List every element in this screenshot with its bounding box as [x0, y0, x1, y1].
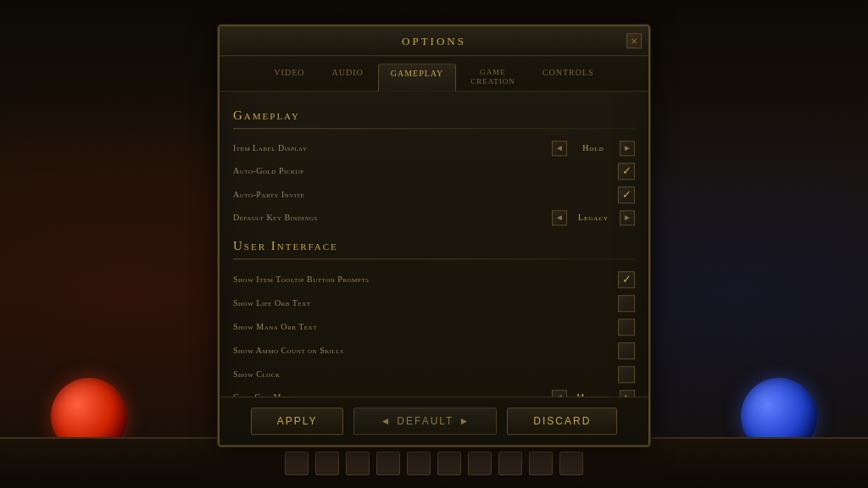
setting-show-ammo-count: Show Ammo Count on Skills [233, 339, 635, 363]
hotkey-slot [437, 452, 461, 475]
chat-gem-right-arrow[interactable]: ► [620, 390, 635, 396]
setting-chat-gem-mode: Chat Gem Mode ◄ Manual ► [233, 386, 635, 396]
hotkey-slot [468, 452, 492, 475]
auto-party-checkbox[interactable] [618, 186, 635, 203]
hotkey-slot [346, 452, 370, 475]
show-clock-control [618, 366, 635, 383]
item-tooltip-checkbox[interactable] [618, 271, 635, 288]
close-button[interactable]: ✕ [626, 33, 642, 48]
default-button[interactable]: ◄Default► [353, 408, 497, 435]
auto-party-control [618, 186, 635, 203]
tab-controls[interactable]: Controls [530, 63, 607, 91]
dialog-content[interactable]: Gameplay Item Label Display ◄ Hold ► Aut… [220, 92, 648, 396]
item-label-control: ◄ Hold ► [552, 141, 635, 156]
dialog-title: Options [402, 35, 466, 47]
tabs-container: Video Audio Gameplay GameCreation Contro… [220, 56, 648, 92]
user-interface-section-title: User Interface [233, 239, 635, 253]
hotkey-slot [498, 452, 522, 475]
tab-video[interactable]: Video [261, 63, 317, 91]
hotkey-slot [529, 452, 553, 475]
setting-show-life-orb-text: Show Life Orb Text [233, 291, 635, 315]
tab-game-creation[interactable]: GameCreation [458, 63, 528, 91]
gameplay-section-title: Gameplay [233, 108, 635, 123]
life-orb-text-control [618, 295, 635, 312]
item-label-right-arrow[interactable]: ► [620, 141, 635, 156]
apply-button[interactable]: Apply [251, 408, 344, 435]
chat-gem-control: ◄ Manual ► [552, 390, 635, 396]
item-tooltip-control [618, 271, 635, 288]
setting-auto-gold-pickup: Auto-Gold Pickup [233, 159, 635, 183]
key-bindings-control: ◄ Legacy ► [552, 210, 635, 225]
mana-orb-text-control [618, 319, 635, 336]
ammo-count-control [618, 342, 635, 359]
mana-orb-text-checkbox[interactable] [618, 319, 635, 336]
hotkey-slot [285, 452, 309, 475]
setting-show-mana-orb-text: Show Mana Orb Text [233, 315, 635, 339]
chat-gem-left-arrow[interactable]: ◄ [552, 390, 567, 396]
gameplay-divider [233, 128, 635, 129]
tab-gameplay[interactable]: Gameplay [378, 64, 457, 92]
setting-auto-party-invite: Auto-Party Invite [233, 183, 635, 207]
auto-gold-control [618, 163, 635, 180]
ammo-count-checkbox[interactable] [618, 342, 635, 359]
setting-show-clock: Show Clock [233, 363, 635, 386]
hotkey-slot [376, 452, 400, 475]
setting-show-item-tooltip: Show Item Tooltip Button Prompts [233, 268, 635, 291]
setting-default-key-bindings: Default Key Bindings ◄ Legacy ► [233, 207, 635, 229]
discard-button[interactable]: Discard [507, 408, 617, 435]
show-clock-checkbox[interactable] [618, 366, 635, 383]
hotkey-slot [407, 452, 431, 475]
options-dialog: Options ✕ Video Audio Gameplay GameCreat… [218, 25, 650, 446]
hotkey-slot [315, 452, 339, 475]
key-bindings-right-arrow[interactable]: ► [620, 210, 635, 225]
tab-audio[interactable]: Audio [319, 63, 376, 91]
dialog-footer: Apply ◄Default► Discard [220, 396, 648, 445]
life-orb-text-checkbox[interactable] [618, 295, 635, 312]
item-label-left-arrow[interactable]: ◄ [552, 141, 567, 156]
hotkey-slot [559, 452, 583, 475]
auto-gold-checkbox[interactable] [618, 163, 635, 180]
dialog-title-bar: Options ✕ [220, 26, 648, 56]
user-interface-divider [233, 258, 635, 259]
setting-item-label-display: Item Label Display ◄ Hold ► [233, 137, 635, 159]
key-bindings-left-arrow[interactable]: ◄ [552, 210, 567, 225]
